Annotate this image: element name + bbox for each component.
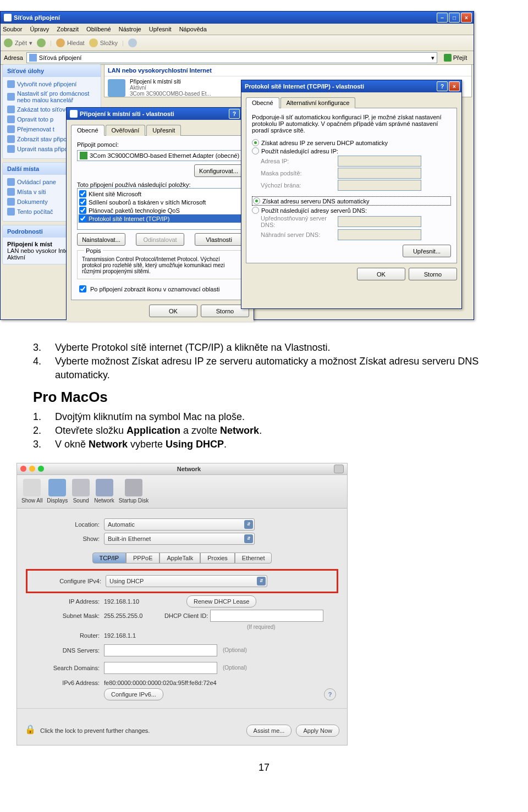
views-button[interactable] [128,38,137,47]
tool-startup[interactable]: Startup Disk [119,479,148,504]
network-icon [96,479,113,496]
dns-field[interactable] [104,644,217,656]
tab-adv[interactable]: Upřesnit [146,125,181,136]
step-3: Vyberte Protokol sítě internet (TCP/IP) … [55,341,331,355]
help-button[interactable]: ? [229,109,240,119]
list-item-selected: Protokol sítě Internet (TCP/IP) [79,214,241,223]
tab-tcpip[interactable]: TCP/IP [92,553,126,564]
assist-button[interactable]: Assist me... [246,725,292,737]
tab-proxies[interactable]: Proxies [200,553,235,564]
checkbox[interactable] [79,198,86,206]
maximize-button[interactable]: □ [449,13,460,23]
tab-auth[interactable]: Ověřování [106,125,146,136]
show-popup[interactable]: Built-in Ethernet⇵ [104,533,255,545]
optional-hint: (Optional) [223,665,247,671]
task-new-connection[interactable]: Vytvořit nové připojení [7,80,96,88]
mac-step-1: Dvojtým kliknutím na symbol Mac na ploše… [55,410,245,424]
place-icon [7,208,15,216]
help-button[interactable]: ? [324,688,336,700]
cancel-button[interactable]: Storno [409,268,457,280]
checkbox[interactable] [79,207,86,214]
menu-file[interactable]: Soubor [3,26,22,32]
search-button[interactable]: Hledat [56,38,85,47]
configure-popup[interactable]: Using DHCP⇵ [106,575,267,587]
dialog-titlebar: Protokol sítě Internet (TCP/IP) - vlastn… [241,80,461,92]
tool-show-all[interactable]: Show All [21,479,42,504]
tab-ethernet[interactable]: Ethernet [235,553,272,564]
startup-icon [125,479,142,496]
go-button[interactable]: Přejít [441,53,470,63]
client-id-field[interactable] [210,610,323,622]
place-icon [7,198,15,206]
task-icon [7,125,15,133]
checkbox[interactable] [79,215,86,222]
address-label: Adresa [4,54,23,61]
window-icon [70,110,78,118]
properties-button[interactable]: Vlastnosti [195,233,243,246]
list-item: Sdílení souborů a tiskáren v sítích Micr… [79,198,241,206]
minimize-button[interactable]: – [437,13,448,23]
tab-alt[interactable]: Alternativní konfigurace [280,97,356,108]
toolbar-toggle-button[interactable] [334,465,344,473]
menu-tools[interactable]: Nástroje [119,26,141,32]
menu-view[interactable]: Zobrazit [57,26,79,32]
group-header-lan: LAN nebo vysokorychlostní Internet [105,65,471,76]
menu-adv[interactable]: Upřesnit [149,26,172,32]
menu-edit[interactable]: Úpravy [30,26,49,32]
tab-general[interactable]: Obecné [246,97,279,108]
radio-static-ip[interactable]: Použít následující adresu IP: [252,147,451,154]
ipv6-label: IPv6 Address: [28,680,100,686]
forward-button[interactable] [37,38,46,47]
menu-fav[interactable]: Oblíbené [86,26,111,32]
lan-properties-dialog: Připojení k místní síti - vlastnosti ? ×… [66,107,254,320]
task-home-net[interactable]: Nastavit síť pro domácnost nebo malou ka… [7,90,96,103]
menu-bar: Soubor Úpravy Zobrazit Oblíbené Nástroje… [1,24,474,35]
folders-button[interactable]: Složky [89,38,118,47]
tool-network[interactable]: Network [94,479,114,504]
checkbox[interactable] [79,190,86,197]
tab-appletalk[interactable]: AppleTalk [160,553,200,564]
ip-field [338,156,421,167]
advanced-button[interactable]: Upřesnit... [403,245,451,257]
list-number: 3. [33,438,55,451]
radio-auto-ip[interactable]: Získat adresu IP ze serveru DHCP automat… [252,139,451,146]
zoom-button[interactable] [38,466,44,472]
tab-general[interactable]: Obecné [71,125,105,136]
back-button[interactable]: Zpět ▾ [4,38,32,47]
gateway-field [338,180,421,191]
ok-button[interactable]: OK [149,305,197,317]
components-list[interactable]: Klient sítě Microsoft Sdílení souborů a … [77,188,243,230]
configure-button[interactable]: Konfigurovat... [194,164,243,177]
radio-auto-dns[interactable]: Získat adresu serveru DNS automaticky [252,196,451,206]
configure-ipv6-button[interactable]: Configure IPv6... [104,688,163,700]
address-input[interactable]: Síťová připojení▾ [26,52,437,63]
router-label: Router: [28,632,100,639]
install-button[interactable]: Nainstalovat... [77,233,125,246]
ok-button[interactable]: OK [357,268,405,280]
tray-checkbox[interactable] [79,285,86,292]
radio-icon [253,197,260,205]
close-button[interactable]: × [461,13,472,23]
ip-value: 192.168.1.10 [104,598,186,605]
close-button[interactable] [20,466,26,472]
mask-label: Subnet Mask: [28,612,100,619]
client-label: DHCP Client ID: [164,612,208,619]
help-button[interactable]: ? [437,81,448,91]
tool-sound[interactable]: Sound [72,479,90,504]
apply-button[interactable]: Apply Now [296,725,339,737]
tab-pppoe[interactable]: PPPoE [126,553,160,564]
list-item: Klient sítě Microsoft [79,190,241,198]
menu-help[interactable]: Nápověda [179,26,207,32]
mac-toolbar: Show All Displays Sound Network Startup … [17,475,347,509]
close-button[interactable]: × [449,81,460,91]
lock-icon[interactable] [25,724,36,737]
renew-button[interactable]: Renew DHCP Lease [186,595,256,607]
intro-text: Podporuje-li síť automatickou konfigurac… [252,114,451,134]
location-popup[interactable]: Automatic⇵ [104,518,255,531]
search-domains-field[interactable] [104,662,217,674]
tool-displays[interactable]: Displays [47,479,68,504]
minimize-button[interactable] [29,466,35,472]
radio-static-dns[interactable]: Použít následující adresy serverů DNS: [252,207,451,214]
lock-hint: Click the lock to prevent further change… [40,727,150,734]
uninstall-button[interactable]: Odinstalovat [136,233,184,246]
